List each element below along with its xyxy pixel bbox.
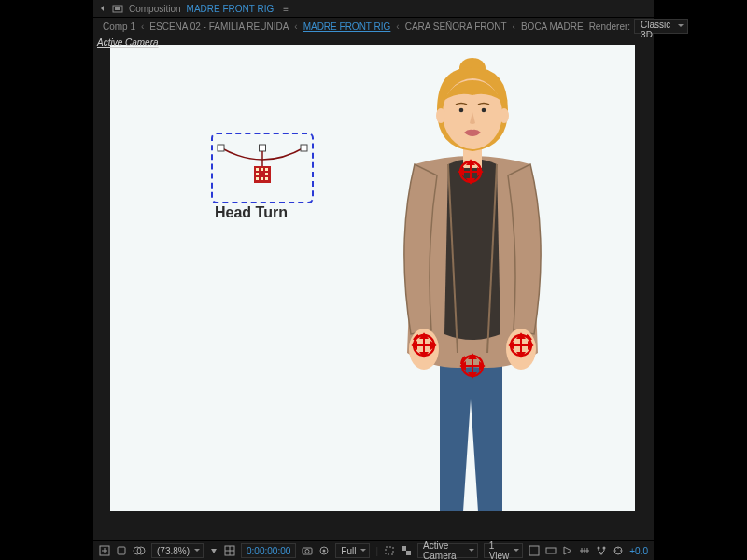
svg-point-23 [500, 108, 509, 123]
svg-rect-38 [402, 546, 406, 551]
head-turn-label: Head Turn [215, 205, 288, 220]
grid-icon[interactable] [224, 545, 235, 556]
transparency-grid-icon[interactable] [401, 545, 412, 556]
svg-point-34 [305, 550, 309, 553]
composition-tab[interactable]: MADRE FRONT RIG [187, 4, 275, 14]
character-illustration [351, 54, 594, 511]
svg-rect-11 [265, 173, 268, 175]
svg-rect-3 [260, 145, 266, 151]
svg-rect-9 [265, 168, 268, 171]
svg-point-36 [323, 550, 326, 553]
resolution-down-icon[interactable] [209, 546, 218, 555]
crumb-2[interactable]: MADRE FRONT RIG [303, 21, 391, 32]
composition-icon [112, 3, 123, 14]
roi-icon[interactable] [384, 545, 395, 556]
svg-point-21 [482, 108, 486, 113]
svg-rect-12 [256, 177, 259, 180]
chevron-left-icon: ‹ [141, 21, 144, 32]
svg-rect-39 [406, 551, 411, 555]
crumb-4[interactable]: BOCA MADRE [521, 21, 584, 32]
svg-rect-41 [546, 548, 556, 553]
svg-point-22 [436, 108, 445, 123]
hip-rig-control[interactable] [459, 353, 486, 379]
timeline-icon[interactable] [579, 545, 590, 556]
chevron-left-icon: ‹ [294, 21, 297, 32]
comp-flowchart-icon[interactable] [596, 545, 607, 556]
share-view-icon[interactable] [529, 545, 540, 556]
sidebar-chevron-icon[interactable] [99, 4, 106, 13]
channel-icon[interactable] [318, 545, 330, 556]
flowchart-breadcrumb: Comp 1 ‹ ESCENA 02 - FAMILIA REUNIDA ‹ M… [93, 18, 654, 35]
svg-rect-4 [301, 145, 307, 151]
magnify-icon[interactable] [99, 545, 110, 556]
right-hand-rig-control[interactable] [508, 332, 534, 358]
timecode-field[interactable]: 0:00:00:00 [241, 543, 296, 558]
svg-point-20 [459, 108, 464, 113]
hand-tool-icon[interactable] [116, 545, 127, 556]
chevron-left-icon: ‹ [513, 21, 515, 32]
composition-viewport[interactable]: Active Camera Head Turn [93, 37, 654, 539]
svg-rect-8 [261, 168, 263, 171]
head-turn-controller[interactable] [211, 133, 314, 203]
snapshot-icon[interactable] [302, 545, 313, 556]
camera-select[interactable]: Active Camera [417, 543, 478, 558]
view-layout-select[interactable]: 1 View [484, 543, 524, 558]
tab-prefix: Composition [129, 4, 181, 14]
exposure-reset-icon[interactable] [613, 545, 624, 556]
exposure-value[interactable]: +0.0 [629, 546, 648, 556]
fast-preview-icon[interactable] [562, 545, 573, 556]
renderer-label: Renderer: [589, 21, 630, 32]
composition-tab-bar: Composition MADRE FRONT RIG ≡ [93, 0, 654, 18]
renderer-select[interactable]: Classic 3D [634, 19, 688, 34]
svg-rect-29 [118, 547, 125, 554]
chevron-left-icon: ‹ [396, 21, 399, 32]
svg-rect-37 [386, 547, 393, 554]
crumb-3[interactable]: CARA SEÑORA FRONT [405, 21, 507, 32]
resolution-select[interactable]: Full [335, 543, 370, 558]
panel-menu-icon[interactable]: ≡ [283, 4, 289, 14]
viewer-footer: (73.8%) 0:00:00:00 Full | Active Camera … [93, 540, 654, 560]
crumb-0[interactable]: Comp 1 [103, 21, 135, 32]
svg-rect-40 [529, 546, 539, 555]
svg-rect-13 [261, 177, 263, 180]
zoom-select[interactable]: (73.8%) [151, 543, 204, 558]
svg-rect-1 [115, 7, 120, 10]
left-hand-rig-control[interactable] [411, 332, 437, 358]
crumb-1[interactable]: ESCENA 02 - FAMILIA REUNIDA [149, 21, 289, 32]
mask-icon[interactable] [133, 545, 146, 556]
active-camera-label[interactable]: Active Camera [97, 37, 159, 48]
composition-canvas[interactable]: Head Turn [110, 45, 635, 511]
svg-rect-14 [265, 177, 268, 180]
svg-rect-10 [256, 173, 259, 175]
pixel-aspect-icon[interactable] [545, 545, 557, 556]
neck-rig-control[interactable] [458, 159, 484, 185]
svg-rect-7 [256, 168, 259, 171]
svg-rect-2 [218, 145, 224, 151]
